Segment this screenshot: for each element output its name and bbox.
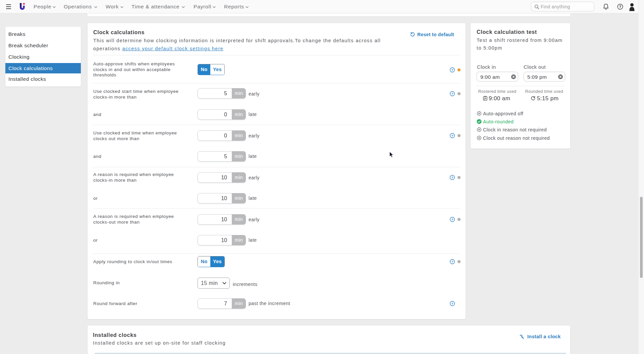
svg-text:?: ? — [451, 176, 453, 179]
svg-text:?: ? — [451, 302, 453, 305]
svg-text:?: ? — [451, 218, 453, 221]
svg-text:?: ? — [619, 5, 621, 9]
svg-text:?: ? — [451, 92, 453, 96]
svg-text:?: ? — [451, 134, 453, 137]
svg-text:?: ? — [451, 68, 453, 72]
svg-text:?: ? — [451, 260, 453, 263]
